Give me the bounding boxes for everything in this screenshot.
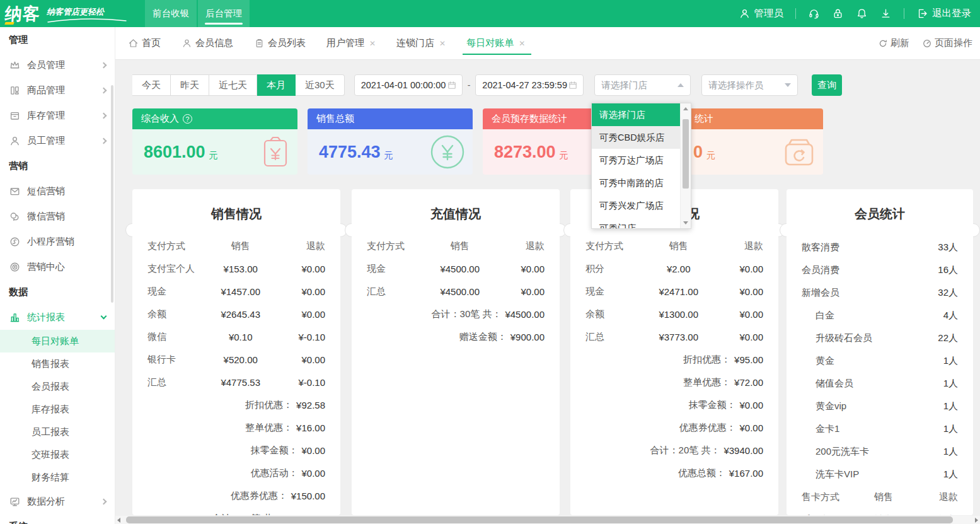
tab-close-icon[interactable] [369,39,376,48]
stat-row: 新增会员32人 [787,281,973,304]
stat-row: 金卡11人 [787,417,973,440]
scroll-right-icon[interactable] [975,518,978,523]
end-date-input[interactable]: 2021-04-27 23:59:59 [475,74,584,96]
scroll-up-icon[interactable] [683,107,688,110]
quick-range-button[interactable]: 今天 [132,74,171,96]
sidebar-item[interactable]: 数据分析 [0,489,115,514]
summary-row: 折扣优惠：¥92.58 [132,393,340,416]
tab[interactable]: 会员信息 [182,27,233,59]
store-option[interactable]: 可秀兴发广场店 [592,194,680,217]
sidebar-item[interactable]: 交班报表 [0,443,115,466]
help-icon[interactable] [183,114,192,124]
summary-row: 赠送金额：¥900.00 [352,325,560,348]
search-button[interactable]: 查询 [812,74,842,96]
sidebar-item[interactable]: 员工报表 [0,421,115,443]
sidebar-item[interactable]: 小程序营销 [0,229,115,254]
filter-row: 今天 昨天 近七天 本月 近30天 2021-04-01 00:00:00 - [132,74,842,96]
tab-label: 会员列表 [268,37,306,49]
panel-consume: 消费情况 支付方式销售退款 积分¥2.00¥0.00 [570,189,778,515]
stat-row: 洗车卡VIP1人 [787,463,973,486]
panel-title: 销售情况 [132,204,340,223]
panel-recharge: 充值情况 支付方式销售退款 现金¥4500.00¥0.00 [352,189,560,515]
lock-icon[interactable] [832,8,844,20]
dropdown-scrollbar[interactable] [680,103,691,228]
scroll-left-icon[interactable] [117,518,120,523]
download-icon[interactable] [880,8,892,20]
store-option[interactable]: 请选择门店 [592,103,680,126]
table-header-row: 支付方式销售退款 [352,235,560,257]
sidebar-item[interactable]: 员工管理 [0,128,115,153]
tab[interactable]: 会员列表 [254,27,306,59]
summary-row: 折扣优惠：¥95.00 [570,348,778,371]
sidebar-item[interactable]: 销售报表 [0,352,115,375]
tab-bar: 首页 会员信息 会员列表 [115,27,980,60]
sidebar-item-label: 营销中心 [27,261,65,273]
support-headset-icon[interactable] [808,8,820,20]
tab-close-icon[interactable] [519,39,525,48]
start-date-input[interactable]: 2021-04-01 00:00:00 [354,74,463,96]
panel-member-stats: 会员统计 散客消费33人 会员消费16人 [787,189,973,515]
sidebar-scrollbar[interactable] [111,85,113,303]
chevron-up-icon [677,83,684,87]
card-sales-total: 销售总额 4775.43元 [308,108,473,175]
store-select[interactable]: 请选择门店 [594,74,691,96]
sidebar-item[interactable]: 每日对账单 [0,330,115,352]
sidebar-item[interactable]: 会员报表 [0,375,115,398]
store-option[interactable]: 可秀中南路的店 [592,172,680,194]
bell-icon[interactable] [856,8,868,20]
tab[interactable]: 每日对账单 [466,27,525,59]
sidebar-item[interactable]: 微信营销 [0,204,115,229]
card-total-income: 综合收入 8601.00元 [132,108,297,175]
quick-range-button[interactable]: 本月 [257,74,296,96]
sidebar-item[interactable]: 财务结算 [0,466,115,489]
sidebar-item[interactable]: 库存报表 [0,398,115,421]
sidebar-item[interactable]: 营销中心 [0,254,115,279]
stat-row: 会员消费16人 [787,259,973,281]
horizontal-scroll-thumb[interactable] [126,516,953,523]
top-nav-button[interactable]: 前台收银 [145,0,197,27]
sidebar-item-icon [9,496,21,508]
summary-row: 抹零金额：¥0.00 [570,393,778,416]
logout-button[interactable]: 退出登录 [916,7,971,20]
sidebar-item[interactable]: 会员管理 [0,52,115,78]
tab-close-icon[interactable] [439,39,446,48]
sidebar-item[interactable]: 库存管理 [0,103,115,128]
sidebar-item[interactable]: 短信营销 [0,178,115,204]
content: 今天 昨天 近七天 本月 近30天 2021-04-01 00:00:00 - [115,60,980,516]
sidebar-item-label: 数据分析 [27,496,65,508]
summary-row: 整单优惠：¥16.00 [132,416,340,439]
quick-range-button[interactable]: 近30天 [296,74,345,96]
quick-range-button[interactable]: 近七天 [209,74,257,96]
sidebar-item-icon [9,135,21,147]
tab[interactable]: 首页 [128,27,161,59]
scroll-down-icon[interactable] [683,221,688,224]
sidebar-item-label: 财务结算 [32,472,69,484]
quick-range-button[interactable]: 昨天 [171,74,209,96]
horizontal-scrollbar[interactable] [115,516,980,524]
sidebar-item[interactable]: 统计报表 [0,305,115,330]
top-nav-button[interactable]: 后台管理 [198,0,250,27]
operator-select[interactable]: 请选择操作员 [701,74,798,96]
circle-yen-icon [430,134,465,170]
sidebar-item-icon [9,211,21,223]
sidebar-item-label: 每日对账单 [32,335,79,347]
page-ops-button[interactable]: 页面操作 [922,37,972,49]
stat-row: 白金4人 [787,304,973,327]
tab[interactable]: 连锁门店 [396,27,446,59]
dropdown-scroll-thumb[interactable] [683,119,689,189]
refresh-icon [878,38,888,49]
logout-icon [916,8,928,20]
summary-row: 优惠券优惠：¥150.00 [132,484,340,507]
sidebar-item[interactable]: 商品管理 [0,78,115,103]
tab[interactable]: 用户管理 [326,27,376,59]
store-option[interactable]: 可秀CBD娱乐店 [592,126,680,149]
sidebar-item: 管理 [0,27,115,52]
refresh-button[interactable]: 刷新 [878,37,909,49]
current-user[interactable]: 管理员 [739,7,784,20]
stat-row: 散客消费33人 [787,236,973,259]
store-option[interactable]: 可秀万达广场店 [592,149,680,172]
summary-row: 合计：20笔 共：¥3940.00 [570,439,778,462]
store-option[interactable]: 可秀门店 [592,217,680,229]
stat-cards: 综合收入 8601.00元 销售总额 4775.43元 [132,108,823,175]
table-row: 支付宝个人¥153.00¥0.00 [132,257,340,280]
